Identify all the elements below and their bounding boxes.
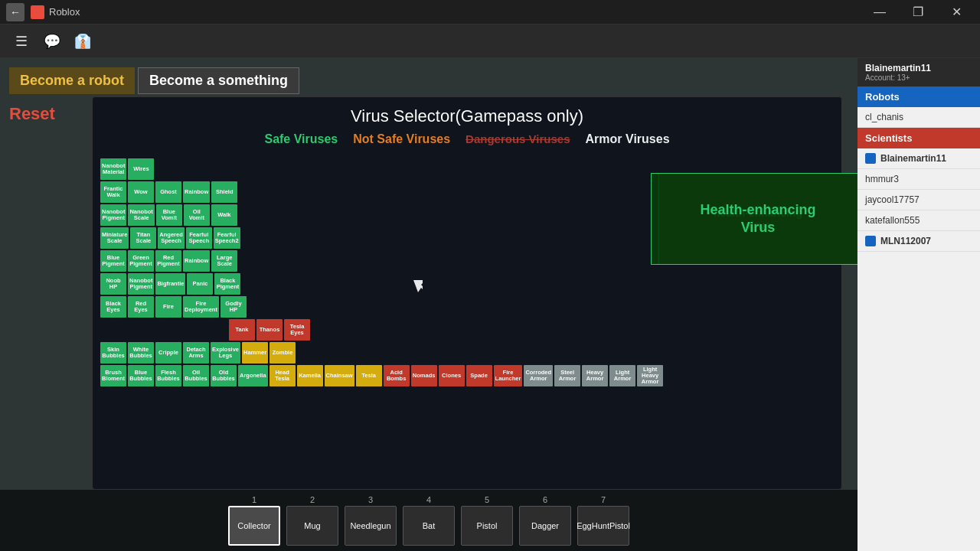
slot-box[interactable]: Needlegun (345, 506, 397, 546)
virus-button[interactable]: Nanobot Pigment (100, 204, 126, 226)
virus-button[interactable]: Frantic Walk (100, 181, 126, 203)
bag-icon[interactable]: 👔 (70, 29, 95, 54)
virus-button[interactable]: Fearful Speech2 (214, 227, 240, 249)
sidebar-player-jaycool17757[interactable]: jaycool17757 (858, 190, 980, 210)
sidebar-player-blainemartin11[interactable]: Blainemartin11 (858, 148, 980, 169)
hotbar-slot[interactable]: 5Pistol (459, 495, 514, 546)
virus-button[interactable]: Kamella (297, 365, 323, 386)
virus-button[interactable]: Steel Armor (554, 365, 580, 386)
virus-button[interactable]: Nanobot Material (100, 158, 126, 180)
virus-button[interactable]: Noob HP (100, 273, 126, 295)
virus-button[interactable]: Brush Bioment (100, 365, 126, 386)
robots-section[interactable]: Robots (858, 86, 980, 107)
virus-button[interactable]: Thanos (256, 319, 283, 341)
virus-button[interactable]: Wow (128, 181, 154, 203)
virus-button[interactable]: Blue Vomit (156, 204, 182, 226)
sidebar: Blainemartin11 Account: 13+ Robots cl_ch… (858, 58, 980, 551)
close-button[interactable]: ✕ (939, 0, 974, 24)
virus-button[interactable]: Tank (229, 319, 255, 341)
slot-box[interactable]: Bat (403, 506, 455, 546)
back-button[interactable]: ← (6, 3, 24, 21)
virus-button[interactable]: Cripple (155, 342, 181, 364)
sidebar-player-hmmur3[interactable]: hmmur3 (858, 169, 980, 190)
hotbar-slot[interactable]: 6Dagger (518, 495, 573, 546)
virus-button[interactable]: Chainsaw (325, 365, 354, 386)
reset-button[interactable]: Reset (9, 104, 55, 124)
virus-button[interactable]: Rainbow (183, 181, 210, 203)
virus-button[interactable]: Angered Speech (158, 227, 184, 249)
virus-button[interactable]: Black Pigment (214, 273, 240, 295)
virus-button[interactable]: Godly HP (220, 296, 247, 318)
virus-button[interactable]: Explosive Legs (211, 342, 240, 364)
become-something-button[interactable]: Become a something (138, 67, 299, 94)
virus-button[interactable]: Oil Bubbles (183, 365, 209, 386)
virus-button[interactable]: Fearful Speech (186, 227, 212, 249)
virus-button[interactable]: Head Tesla (270, 365, 296, 386)
sidebar-player-katefallon555[interactable]: katefallon555 (858, 210, 980, 231)
virus-selector-title: Virus Selector(Gamepass only) (102, 106, 832, 126)
slot-box[interactable]: Dagger (519, 506, 571, 546)
menu-icon[interactable]: ☰ (9, 29, 34, 54)
maximize-button[interactable]: ❐ (900, 0, 936, 24)
sidebar-player-cl_chanis[interactable]: cl_chanis (858, 107, 980, 128)
virus-button[interactable]: Green Pigment (128, 250, 154, 272)
virus-button[interactable]: Miniature Scale (100, 227, 129, 249)
slot-box[interactable]: Pistol (461, 506, 513, 546)
virus-button[interactable]: Blue Pigment (100, 250, 126, 272)
virus-button[interactable]: Fire Launcher (494, 365, 523, 386)
virus-button[interactable]: Panic (187, 273, 213, 295)
virus-button[interactable]: Blue Bubbles (128, 365, 154, 386)
virus-button[interactable]: Titan Scale (130, 227, 156, 249)
become-robot-button[interactable]: Become a robot (9, 67, 135, 94)
virus-button[interactable]: Nanobot Pigment (128, 273, 154, 295)
virus-button[interactable]: White Bubbles (128, 342, 154, 364)
virus-button[interactable]: Argonella (238, 365, 268, 386)
virus-categories: Safe Viruses Not Safe Viruses Dangerous … (102, 132, 832, 146)
virus-button[interactable]: Corroded Armor (524, 365, 553, 386)
virus-button[interactable]: Light Heavy Armor (637, 365, 663, 386)
virus-button[interactable]: Walk (211, 204, 237, 226)
virus-row: Frantic WalkWowGhostRainbowShield (100, 181, 663, 203)
virus-button[interactable]: Ghost (155, 181, 181, 203)
virus-button[interactable]: Rainbow (183, 250, 210, 272)
chat-icon[interactable]: 💬 (40, 29, 64, 54)
hotbar-slot[interactable]: 7EggHuntPistol (576, 495, 631, 546)
virus-button[interactable]: Acid Bombs (384, 365, 410, 386)
virus-button[interactable]: Bigfrantle (155, 273, 185, 295)
virus-button[interactable]: Skin Bubbles (100, 342, 126, 364)
virus-button[interactable]: Heavy Armor (582, 365, 608, 386)
virus-button[interactable]: Tesla Eyes (284, 319, 310, 341)
hotbar-slot[interactable]: 4Bat (401, 495, 456, 546)
virus-button[interactable]: Fire Deployment (183, 296, 219, 318)
virus-button[interactable]: Nomads (411, 365, 437, 386)
scientists-section[interactable]: Scientists (858, 128, 980, 148)
virus-button[interactable]: Shield (211, 181, 237, 203)
virus-button[interactable]: Zombie (270, 342, 296, 364)
virus-button[interactable]: Black Eyes (100, 296, 126, 318)
virus-button[interactable]: Oil Vomit (184, 204, 210, 226)
virus-button[interactable]: Old Bubbles (211, 365, 237, 386)
virus-button[interactable]: Large Scale (211, 250, 237, 272)
virus-button[interactable]: Spade (466, 365, 492, 386)
slot-box[interactable]: Mug (286, 506, 338, 546)
player-name: MLN112007 (880, 236, 931, 246)
sidebar-player-mln112007[interactable]: MLN112007 (858, 231, 980, 252)
virus-button[interactable]: Tesla (356, 365, 382, 386)
hotbar-slot[interactable]: 2Mug (285, 495, 340, 546)
game-area[interactable]: Become a robot Become a something Reset … (0, 58, 858, 551)
virus-button[interactable]: Red Pigment (155, 250, 181, 272)
virus-button[interactable]: Nanobot Scale (128, 204, 154, 226)
virus-button[interactable]: Hammer (242, 342, 268, 364)
virus-button[interactable]: Flesh Bubbles (155, 365, 181, 386)
hotbar-slot[interactable]: 3Needlegun (343, 495, 398, 546)
minimize-button[interactable]: — (862, 0, 897, 24)
virus-button[interactable]: Detach Arms (183, 342, 209, 364)
virus-button[interactable]: Light Armor (609, 365, 635, 386)
hotbar-slot[interactable]: 1Collector (227, 495, 282, 546)
slot-box[interactable]: Collector (228, 506, 280, 546)
slot-box[interactable]: EggHuntPistol (577, 506, 629, 546)
virus-button[interactable]: Clones (439, 365, 465, 386)
virus-button[interactable]: Red Eyes (128, 296, 154, 318)
virus-button[interactable]: Wires (128, 158, 154, 180)
virus-button[interactable]: Fire (155, 296, 181, 318)
